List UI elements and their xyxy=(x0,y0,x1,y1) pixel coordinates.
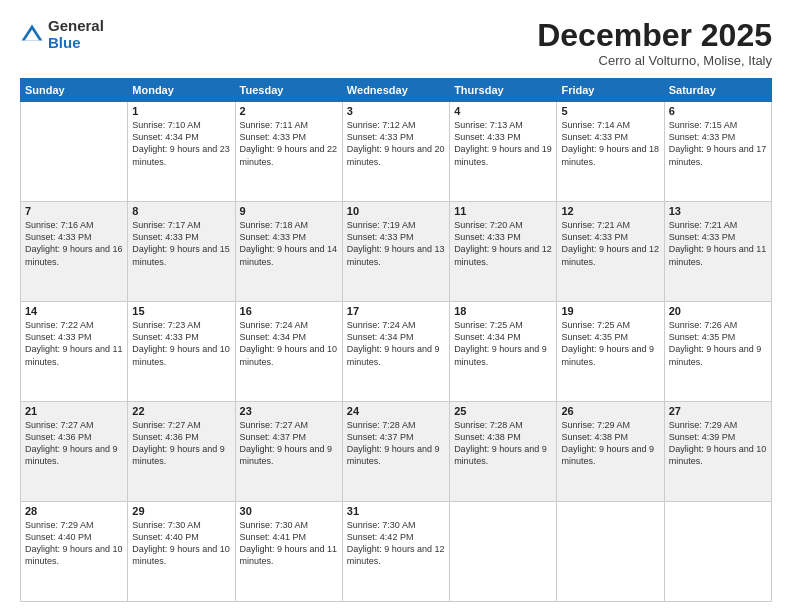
day-info: Sunrise: 7:27 AM Sunset: 4:37 PM Dayligh… xyxy=(240,419,338,468)
calendar-cell: 14Sunrise: 7:22 AM Sunset: 4:33 PM Dayli… xyxy=(21,302,128,402)
calendar-header-row: SundayMondayTuesdayWednesdayThursdayFrid… xyxy=(21,79,772,102)
day-info: Sunrise: 7:27 AM Sunset: 4:36 PM Dayligh… xyxy=(25,419,123,468)
header: General Blue December 2025 Cerro al Volt… xyxy=(20,18,772,68)
day-number: 10 xyxy=(347,205,445,217)
calendar-cell: 18Sunrise: 7:25 AM Sunset: 4:34 PM Dayli… xyxy=(450,302,557,402)
day-number: 17 xyxy=(347,305,445,317)
day-number: 26 xyxy=(561,405,659,417)
day-number: 1 xyxy=(132,105,230,117)
day-info: Sunrise: 7:15 AM Sunset: 4:33 PM Dayligh… xyxy=(669,119,767,168)
day-number: 9 xyxy=(240,205,338,217)
day-info: Sunrise: 7:13 AM Sunset: 4:33 PM Dayligh… xyxy=(454,119,552,168)
day-info: Sunrise: 7:30 AM Sunset: 4:40 PM Dayligh… xyxy=(132,519,230,568)
calendar-week-row: 21Sunrise: 7:27 AM Sunset: 4:36 PM Dayli… xyxy=(21,402,772,502)
day-info: Sunrise: 7:24 AM Sunset: 4:34 PM Dayligh… xyxy=(240,319,338,368)
day-info: Sunrise: 7:19 AM Sunset: 4:33 PM Dayligh… xyxy=(347,219,445,268)
weekday-header: Friday xyxy=(557,79,664,102)
page: General Blue December 2025 Cerro al Volt… xyxy=(0,0,792,612)
day-number: 30 xyxy=(240,505,338,517)
day-number: 13 xyxy=(669,205,767,217)
month-title: December 2025 xyxy=(537,18,772,53)
day-number: 29 xyxy=(132,505,230,517)
day-number: 27 xyxy=(669,405,767,417)
day-info: Sunrise: 7:21 AM Sunset: 4:33 PM Dayligh… xyxy=(669,219,767,268)
day-number: 6 xyxy=(669,105,767,117)
calendar-cell: 27Sunrise: 7:29 AM Sunset: 4:39 PM Dayli… xyxy=(664,402,771,502)
calendar-cell: 11Sunrise: 7:20 AM Sunset: 4:33 PM Dayli… xyxy=(450,202,557,302)
calendar-week-row: 28Sunrise: 7:29 AM Sunset: 4:40 PM Dayli… xyxy=(21,502,772,602)
calendar-cell: 4Sunrise: 7:13 AM Sunset: 4:33 PM Daylig… xyxy=(450,102,557,202)
day-number: 22 xyxy=(132,405,230,417)
calendar-cell: 7Sunrise: 7:16 AM Sunset: 4:33 PM Daylig… xyxy=(21,202,128,302)
calendar-cell: 25Sunrise: 7:28 AM Sunset: 4:38 PM Dayli… xyxy=(450,402,557,502)
day-number: 5 xyxy=(561,105,659,117)
day-info: Sunrise: 7:18 AM Sunset: 4:33 PM Dayligh… xyxy=(240,219,338,268)
day-number: 15 xyxy=(132,305,230,317)
calendar-cell: 5Sunrise: 7:14 AM Sunset: 4:33 PM Daylig… xyxy=(557,102,664,202)
calendar-table: SundayMondayTuesdayWednesdayThursdayFrid… xyxy=(20,78,772,602)
calendar-week-row: 1Sunrise: 7:10 AM Sunset: 4:34 PM Daylig… xyxy=(21,102,772,202)
calendar-cell xyxy=(450,502,557,602)
weekday-header: Monday xyxy=(128,79,235,102)
day-number: 14 xyxy=(25,305,123,317)
calendar-cell: 6Sunrise: 7:15 AM Sunset: 4:33 PM Daylig… xyxy=(664,102,771,202)
day-info: Sunrise: 7:20 AM Sunset: 4:33 PM Dayligh… xyxy=(454,219,552,268)
day-info: Sunrise: 7:10 AM Sunset: 4:34 PM Dayligh… xyxy=(132,119,230,168)
day-info: Sunrise: 7:22 AM Sunset: 4:33 PM Dayligh… xyxy=(25,319,123,368)
calendar-cell: 26Sunrise: 7:29 AM Sunset: 4:38 PM Dayli… xyxy=(557,402,664,502)
calendar-cell: 1Sunrise: 7:10 AM Sunset: 4:34 PM Daylig… xyxy=(128,102,235,202)
calendar-cell: 21Sunrise: 7:27 AM Sunset: 4:36 PM Dayli… xyxy=(21,402,128,502)
calendar-cell: 8Sunrise: 7:17 AM Sunset: 4:33 PM Daylig… xyxy=(128,202,235,302)
day-number: 2 xyxy=(240,105,338,117)
day-info: Sunrise: 7:25 AM Sunset: 4:35 PM Dayligh… xyxy=(561,319,659,368)
day-number: 21 xyxy=(25,405,123,417)
calendar-cell: 30Sunrise: 7:30 AM Sunset: 4:41 PM Dayli… xyxy=(235,502,342,602)
calendar-cell: 2Sunrise: 7:11 AM Sunset: 4:33 PM Daylig… xyxy=(235,102,342,202)
weekday-header: Tuesday xyxy=(235,79,342,102)
calendar-week-row: 7Sunrise: 7:16 AM Sunset: 4:33 PM Daylig… xyxy=(21,202,772,302)
weekday-header: Saturday xyxy=(664,79,771,102)
location: Cerro al Volturno, Molise, Italy xyxy=(537,53,772,68)
calendar-cell: 12Sunrise: 7:21 AM Sunset: 4:33 PM Dayli… xyxy=(557,202,664,302)
calendar-cell: 9Sunrise: 7:18 AM Sunset: 4:33 PM Daylig… xyxy=(235,202,342,302)
calendar-cell: 10Sunrise: 7:19 AM Sunset: 4:33 PM Dayli… xyxy=(342,202,449,302)
day-number: 19 xyxy=(561,305,659,317)
day-info: Sunrise: 7:26 AM Sunset: 4:35 PM Dayligh… xyxy=(669,319,767,368)
day-info: Sunrise: 7:17 AM Sunset: 4:33 PM Dayligh… xyxy=(132,219,230,268)
calendar-cell: 20Sunrise: 7:26 AM Sunset: 4:35 PM Dayli… xyxy=(664,302,771,402)
weekday-header: Wednesday xyxy=(342,79,449,102)
day-info: Sunrise: 7:29 AM Sunset: 4:40 PM Dayligh… xyxy=(25,519,123,568)
day-info: Sunrise: 7:28 AM Sunset: 4:37 PM Dayligh… xyxy=(347,419,445,468)
calendar-cell: 24Sunrise: 7:28 AM Sunset: 4:37 PM Dayli… xyxy=(342,402,449,502)
title-block: December 2025 Cerro al Volturno, Molise,… xyxy=(537,18,772,68)
calendar-week-row: 14Sunrise: 7:22 AM Sunset: 4:33 PM Dayli… xyxy=(21,302,772,402)
day-number: 12 xyxy=(561,205,659,217)
day-number: 23 xyxy=(240,405,338,417)
weekday-header: Thursday xyxy=(450,79,557,102)
calendar-cell xyxy=(21,102,128,202)
calendar-cell: 3Sunrise: 7:12 AM Sunset: 4:33 PM Daylig… xyxy=(342,102,449,202)
weekday-header: Sunday xyxy=(21,79,128,102)
day-info: Sunrise: 7:24 AM Sunset: 4:34 PM Dayligh… xyxy=(347,319,445,368)
day-number: 4 xyxy=(454,105,552,117)
day-info: Sunrise: 7:11 AM Sunset: 4:33 PM Dayligh… xyxy=(240,119,338,168)
calendar-cell: 17Sunrise: 7:24 AM Sunset: 4:34 PM Dayli… xyxy=(342,302,449,402)
calendar-cell: 15Sunrise: 7:23 AM Sunset: 4:33 PM Dayli… xyxy=(128,302,235,402)
calendar-cell: 29Sunrise: 7:30 AM Sunset: 4:40 PM Dayli… xyxy=(128,502,235,602)
day-info: Sunrise: 7:30 AM Sunset: 4:42 PM Dayligh… xyxy=(347,519,445,568)
day-info: Sunrise: 7:16 AM Sunset: 4:33 PM Dayligh… xyxy=(25,219,123,268)
day-number: 18 xyxy=(454,305,552,317)
day-info: Sunrise: 7:30 AM Sunset: 4:41 PM Dayligh… xyxy=(240,519,338,568)
day-info: Sunrise: 7:29 AM Sunset: 4:38 PM Dayligh… xyxy=(561,419,659,468)
day-number: 8 xyxy=(132,205,230,217)
day-info: Sunrise: 7:27 AM Sunset: 4:36 PM Dayligh… xyxy=(132,419,230,468)
day-number: 11 xyxy=(454,205,552,217)
calendar-cell: 23Sunrise: 7:27 AM Sunset: 4:37 PM Dayli… xyxy=(235,402,342,502)
logo-general: General xyxy=(48,18,104,35)
day-number: 25 xyxy=(454,405,552,417)
calendar-cell: 13Sunrise: 7:21 AM Sunset: 4:33 PM Dayli… xyxy=(664,202,771,302)
day-number: 7 xyxy=(25,205,123,217)
day-info: Sunrise: 7:28 AM Sunset: 4:38 PM Dayligh… xyxy=(454,419,552,468)
calendar-cell xyxy=(664,502,771,602)
day-info: Sunrise: 7:23 AM Sunset: 4:33 PM Dayligh… xyxy=(132,319,230,368)
